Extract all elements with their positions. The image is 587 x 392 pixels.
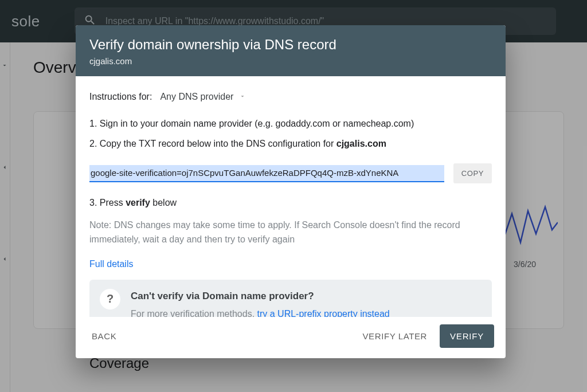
- step-3: 3. Press verify below: [89, 196, 492, 210]
- dns-provider-value: Any DNS provider: [160, 90, 233, 104]
- full-details-link[interactable]: Full details: [89, 257, 492, 272]
- dns-provider-select[interactable]: Any DNS provider: [160, 90, 246, 104]
- help-title: Can't verify via Domain name provider?: [131, 289, 390, 304]
- verify-button[interactable]: VERIFY: [440, 324, 494, 348]
- url-prefix-link[interactable]: try a URL-prefix property instead: [257, 309, 390, 317]
- chevron-down-icon: [239, 90, 246, 104]
- help-icon: ?: [100, 289, 120, 309]
- step-1: 1. Sign in to your domain name provider …: [89, 117, 492, 131]
- step-2: 2. Copy the TXT record below into the DN…: [89, 137, 492, 151]
- instructions-for-label: Instructions for:: [89, 90, 152, 104]
- modal-footer: BACK VERIFY LATER VERIFY: [76, 317, 506, 358]
- txt-record-value[interactable]: google-site-verification=oj7nSCpvuTGanAu…: [89, 165, 444, 182]
- copy-button[interactable]: COPY: [453, 163, 492, 183]
- verify-domain-modal: Verify domain ownership via DNS record c…: [76, 25, 506, 358]
- help-panel: ? Can't verify via Domain name provider?…: [89, 280, 492, 317]
- modal-header: Verify domain ownership via DNS record c…: [76, 25, 506, 76]
- modal-title: Verify domain ownership via DNS record: [89, 37, 492, 53]
- help-text: For more verification methods, try a URL…: [131, 307, 390, 317]
- dns-note: Note: DNS changes may take some time to …: [89, 218, 492, 247]
- modal-body: Instructions for: Any DNS provider 1. Si…: [76, 76, 506, 317]
- verify-later-button[interactable]: VERIFY LATER: [358, 326, 432, 347]
- txt-record-row: google-site-verification=oj7nSCpvuTGanAu…: [89, 163, 492, 183]
- back-button[interactable]: BACK: [87, 326, 121, 347]
- modal-domain: cjgalis.com: [89, 56, 492, 66]
